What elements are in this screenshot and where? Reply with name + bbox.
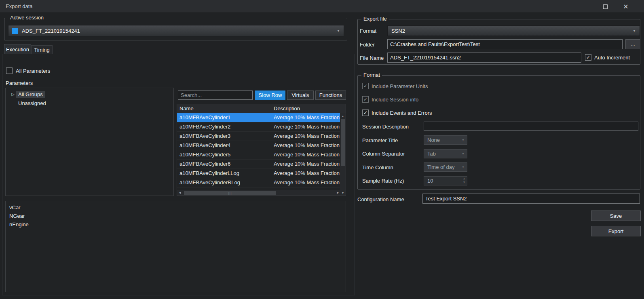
cell-name: a10MFBAveCylinderRLog [177, 178, 271, 187]
column-separator-combobox: Tab ▼ [424, 149, 467, 158]
chevron-down-icon: ▼ [462, 152, 465, 155]
sample-rate-spinner[interactable]: 10 ▲▼ [424, 176, 467, 185]
parameter-title-combobox: None ▼ [424, 135, 467, 145]
time-column-value: Time of day [427, 164, 454, 170]
chevron-down-icon: ▼ [462, 139, 465, 141]
active-session-combobox[interactable]: ADS_FT_221019154241 ▼ [8, 25, 344, 36]
time-column-label: Time Column [362, 164, 393, 171]
parameter-table: Name Description a10MFBAveCylinder1Avera… [177, 104, 346, 196]
table-row[interactable]: a10MFBAveCylinder1Average 10% Mass Fract… [177, 113, 341, 122]
list-item-nengine[interactable]: nEngine [6, 220, 346, 229]
format-options-group-label: Format [361, 72, 382, 78]
column-separator-label: Column Separator [362, 151, 405, 157]
spin-up-icon[interactable]: ▲ [463, 177, 465, 181]
search-input[interactable] [178, 91, 253, 100]
expander-icon[interactable]: ▷ [10, 92, 16, 97]
parameter-title-value: None [427, 137, 440, 143]
tree-item-label: Unassigned [16, 100, 49, 107]
filter-button-functions[interactable]: Functions [315, 91, 346, 100]
table-row[interactable]: a10MFBAveCylinder6Average 10% Mass Fract… [177, 160, 341, 169]
scroll-right-icon[interactable]: ▶ [335, 190, 341, 196]
table-header: Name Description [177, 104, 346, 113]
scroll-up-icon[interactable]: ▲ [340, 113, 346, 119]
sample-rate-value: 10 [427, 178, 433, 184]
cell-name: a10MFBAveCylinder3 [177, 132, 271, 141]
active-session-group: Active session ADS_FT_221019154241 ▼ [4, 18, 347, 40]
configuration-name-input[interactable] [422, 194, 640, 204]
checkbox-label-include-parameter-units: Include Parameter Units [372, 83, 428, 89]
parameters-label: Parameters [6, 80, 33, 86]
session-color-icon [12, 28, 18, 34]
tree-item-all-groups[interactable]: ▷All Groups [6, 90, 173, 99]
format-combobox[interactable]: SSN2 ▼ [387, 25, 640, 36]
folder-input[interactable] [387, 39, 623, 49]
cell-description: Average 10% Mass Fraction Bu [271, 132, 341, 141]
checkbox-label-include-events-and-errors: Include Events and Errors [372, 110, 432, 116]
cell-name: a10MFBAveCylinder6 [177, 160, 271, 168]
checkbox-include-events-and-errors[interactable] [362, 109, 369, 116]
horizontal-scrollbar-thumb[interactable]: ||| [184, 191, 276, 195]
cell-name: a10MFBAveCylinder1 [177, 113, 271, 122]
filter-button-slow-row[interactable]: Slow Row [255, 91, 285, 100]
all-parameters-checkbox[interactable] [6, 67, 13, 74]
auto-increment-label: Auto Increment [594, 55, 630, 61]
cell-name: a10MFBAveCylinder5 [177, 150, 271, 159]
active-session-label: Active session [8, 15, 46, 21]
table-row[interactable]: a10MFBAveCylinder5Average 10% Mass Fract… [177, 150, 341, 160]
window-maximize-button[interactable] [598, 0, 612, 13]
export-button-label: Export [608, 228, 624, 234]
horizontal-scrollbar[interactable]: ◀ ||| ▶ [177, 190, 341, 196]
column-separator-value: Tab [427, 151, 436, 157]
title-bar: Export data ✕ [0, 0, 644, 13]
selected-parameters-list: vCarNGearnEngine [5, 201, 346, 292]
table-row[interactable]: a10MFBAveCylinderRLogAverage 10% Mass Fr… [177, 178, 341, 187]
cell-description: Average 10% Mass Fraction Bu [271, 169, 341, 178]
parameter-title-label: Parameter Title [362, 137, 398, 143]
file-name-input[interactable] [387, 53, 581, 63]
tree-item-unassigned[interactable]: Unassigned [6, 99, 173, 107]
table-row[interactable]: a10MFBAveCylinder2Average 10% Mass Fract… [177, 122, 341, 132]
auto-increment-checkbox[interactable] [585, 54, 591, 61]
tab-execution[interactable]: Execution [4, 44, 31, 54]
scroll-down-icon[interactable]: ▼ [340, 190, 346, 196]
vertical-scrollbar[interactable]: ▲ ▼ [340, 113, 346, 196]
cell-description: Average 10% Mass Fraction Bu [271, 122, 341, 131]
filter-button-virtuals[interactable]: Virtuals [287, 91, 314, 100]
chevron-down-icon: ▼ [337, 29, 340, 33]
export-button[interactable]: Export [591, 226, 641, 236]
window-close-button[interactable]: ✕ [618, 0, 634, 13]
table-row[interactable]: a10MFBAveCylinder4Average 10% Mass Fract… [177, 141, 341, 150]
tab-timing[interactable]: Timing [31, 45, 53, 54]
filter-buttons: Slow RowVirtualsFunctions [255, 91, 346, 100]
session-description-input[interactable] [424, 122, 638, 131]
group-tree: ▷All GroupsUnassigned [5, 88, 174, 196]
save-button-label: Save [610, 213, 622, 219]
cell-description: Average 10% Mass Fraction Bu [271, 150, 341, 159]
vertical-scrollbar-thumb[interactable] [341, 119, 345, 166]
spin-down-icon[interactable]: ▼ [463, 181, 465, 184]
browse-button[interactable]: ... [625, 39, 640, 49]
format-value: SSN2 [391, 28, 405, 34]
format-label: Format [360, 28, 376, 34]
tab-timing-label: Timing [34, 47, 50, 53]
browse-button-label: ... [631, 41, 635, 47]
checkbox-label-include-session-info: Include Session info [372, 97, 418, 103]
cell-name: a10MFBAveCylinder2 [177, 122, 271, 131]
session-description-label: Session Description [362, 124, 409, 130]
list-item-ngear[interactable]: NGear [6, 212, 346, 220]
list-item-vcar[interactable]: vCar [6, 203, 346, 212]
export-file-group-label: Export file [361, 16, 389, 22]
folder-label: Folder [360, 42, 375, 48]
column-header-description[interactable]: Description [271, 104, 300, 113]
scroll-left-icon[interactable]: ◀ [177, 190, 183, 196]
column-header-name[interactable]: Name [177, 104, 271, 113]
file-name-label: File Name [360, 55, 384, 61]
table-row[interactable]: a10MFBAveCylinder3Average 10% Mass Fract… [177, 132, 341, 141]
save-button[interactable]: Save [591, 211, 641, 221]
cell-description: Average 10% Mass Fraction Bu [271, 178, 341, 187]
cell-name: a10MFBAveCylinder4 [177, 141, 271, 150]
chevron-down-icon: ▼ [633, 29, 636, 33]
table-row[interactable]: a10MFBAveCylinderLLogAverage 10% Mass Fr… [177, 169, 341, 178]
checkbox-include-parameter-units [362, 83, 369, 89]
tab-execution-label: Execution [6, 46, 29, 53]
